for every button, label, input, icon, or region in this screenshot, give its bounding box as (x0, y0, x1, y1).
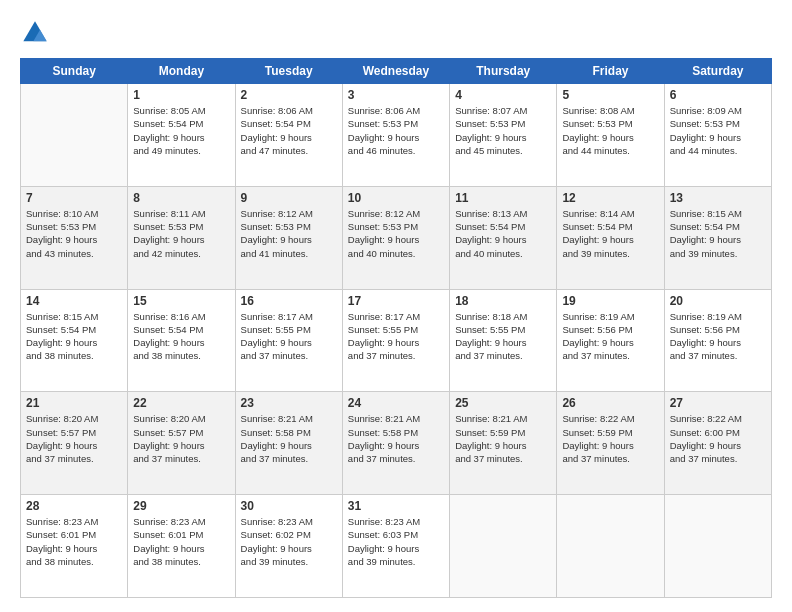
day-number: 29 (133, 499, 229, 513)
day-number: 22 (133, 396, 229, 410)
day-info: Sunrise: 8:11 AM Sunset: 5:53 PM Dayligh… (133, 207, 229, 260)
day-number: 17 (348, 294, 444, 308)
calendar-cell: 17Sunrise: 8:17 AM Sunset: 5:55 PM Dayli… (342, 289, 449, 392)
day-number: 14 (26, 294, 122, 308)
day-number: 30 (241, 499, 337, 513)
day-header-friday: Friday (557, 59, 664, 84)
calendar-cell: 16Sunrise: 8:17 AM Sunset: 5:55 PM Dayli… (235, 289, 342, 392)
day-number: 28 (26, 499, 122, 513)
day-info: Sunrise: 8:21 AM Sunset: 5:59 PM Dayligh… (455, 412, 551, 465)
day-info: Sunrise: 8:12 AM Sunset: 5:53 PM Dayligh… (241, 207, 337, 260)
day-info: Sunrise: 8:12 AM Sunset: 5:53 PM Dayligh… (348, 207, 444, 260)
calendar-cell: 29Sunrise: 8:23 AM Sunset: 6:01 PM Dayli… (128, 495, 235, 598)
calendar-cell: 3Sunrise: 8:06 AM Sunset: 5:53 PM Daylig… (342, 84, 449, 187)
day-number: 8 (133, 191, 229, 205)
calendar-cell: 30Sunrise: 8:23 AM Sunset: 6:02 PM Dayli… (235, 495, 342, 598)
day-number: 24 (348, 396, 444, 410)
calendar-cell: 8Sunrise: 8:11 AM Sunset: 5:53 PM Daylig… (128, 186, 235, 289)
day-info: Sunrise: 8:15 AM Sunset: 5:54 PM Dayligh… (26, 310, 122, 363)
day-header-tuesday: Tuesday (235, 59, 342, 84)
calendar-cell: 5Sunrise: 8:08 AM Sunset: 5:53 PM Daylig… (557, 84, 664, 187)
day-info: Sunrise: 8:14 AM Sunset: 5:54 PM Dayligh… (562, 207, 658, 260)
day-number: 5 (562, 88, 658, 102)
day-number: 25 (455, 396, 551, 410)
day-info: Sunrise: 8:17 AM Sunset: 5:55 PM Dayligh… (348, 310, 444, 363)
calendar-cell: 1Sunrise: 8:05 AM Sunset: 5:54 PM Daylig… (128, 84, 235, 187)
day-header-monday: Monday (128, 59, 235, 84)
calendar-table: SundayMondayTuesdayWednesdayThursdayFrid… (20, 58, 772, 598)
day-number: 2 (241, 88, 337, 102)
day-info: Sunrise: 8:08 AM Sunset: 5:53 PM Dayligh… (562, 104, 658, 157)
day-info: Sunrise: 8:22 AM Sunset: 5:59 PM Dayligh… (562, 412, 658, 465)
calendar-cell (21, 84, 128, 187)
day-info: Sunrise: 8:21 AM Sunset: 5:58 PM Dayligh… (348, 412, 444, 465)
day-number: 15 (133, 294, 229, 308)
calendar-cell: 2Sunrise: 8:06 AM Sunset: 5:54 PM Daylig… (235, 84, 342, 187)
day-number: 18 (455, 294, 551, 308)
calendar-week-row: 1Sunrise: 8:05 AM Sunset: 5:54 PM Daylig… (21, 84, 772, 187)
calendar-cell: 10Sunrise: 8:12 AM Sunset: 5:53 PM Dayli… (342, 186, 449, 289)
day-info: Sunrise: 8:20 AM Sunset: 5:57 PM Dayligh… (26, 412, 122, 465)
day-number: 4 (455, 88, 551, 102)
day-number: 10 (348, 191, 444, 205)
calendar-week-row: 28Sunrise: 8:23 AM Sunset: 6:01 PM Dayli… (21, 495, 772, 598)
calendar-cell: 6Sunrise: 8:09 AM Sunset: 5:53 PM Daylig… (664, 84, 771, 187)
day-number: 31 (348, 499, 444, 513)
calendar-week-row: 14Sunrise: 8:15 AM Sunset: 5:54 PM Dayli… (21, 289, 772, 392)
calendar-cell: 9Sunrise: 8:12 AM Sunset: 5:53 PM Daylig… (235, 186, 342, 289)
day-number: 7 (26, 191, 122, 205)
day-info: Sunrise: 8:06 AM Sunset: 5:54 PM Dayligh… (241, 104, 337, 157)
day-header-sunday: Sunday (21, 59, 128, 84)
day-info: Sunrise: 8:17 AM Sunset: 5:55 PM Dayligh… (241, 310, 337, 363)
calendar-cell: 11Sunrise: 8:13 AM Sunset: 5:54 PM Dayli… (450, 186, 557, 289)
logo (20, 18, 54, 48)
day-info: Sunrise: 8:05 AM Sunset: 5:54 PM Dayligh… (133, 104, 229, 157)
calendar-cell: 25Sunrise: 8:21 AM Sunset: 5:59 PM Dayli… (450, 392, 557, 495)
day-info: Sunrise: 8:19 AM Sunset: 5:56 PM Dayligh… (670, 310, 766, 363)
day-info: Sunrise: 8:16 AM Sunset: 5:54 PM Dayligh… (133, 310, 229, 363)
day-number: 1 (133, 88, 229, 102)
day-number: 21 (26, 396, 122, 410)
day-info: Sunrise: 8:06 AM Sunset: 5:53 PM Dayligh… (348, 104, 444, 157)
day-info: Sunrise: 8:22 AM Sunset: 6:00 PM Dayligh… (670, 412, 766, 465)
calendar-week-row: 7Sunrise: 8:10 AM Sunset: 5:53 PM Daylig… (21, 186, 772, 289)
day-number: 20 (670, 294, 766, 308)
logo-icon (20, 18, 50, 48)
day-info: Sunrise: 8:23 AM Sunset: 6:01 PM Dayligh… (133, 515, 229, 568)
calendar-cell: 4Sunrise: 8:07 AM Sunset: 5:53 PM Daylig… (450, 84, 557, 187)
day-number: 27 (670, 396, 766, 410)
calendar-cell: 7Sunrise: 8:10 AM Sunset: 5:53 PM Daylig… (21, 186, 128, 289)
day-info: Sunrise: 8:23 AM Sunset: 6:01 PM Dayligh… (26, 515, 122, 568)
day-info: Sunrise: 8:23 AM Sunset: 6:03 PM Dayligh… (348, 515, 444, 568)
day-info: Sunrise: 8:20 AM Sunset: 5:57 PM Dayligh… (133, 412, 229, 465)
calendar-cell (664, 495, 771, 598)
calendar-cell: 21Sunrise: 8:20 AM Sunset: 5:57 PM Dayli… (21, 392, 128, 495)
day-number: 23 (241, 396, 337, 410)
calendar-cell: 24Sunrise: 8:21 AM Sunset: 5:58 PM Dayli… (342, 392, 449, 495)
calendar-cell (557, 495, 664, 598)
day-info: Sunrise: 8:10 AM Sunset: 5:53 PM Dayligh… (26, 207, 122, 260)
day-number: 13 (670, 191, 766, 205)
day-header-saturday: Saturday (664, 59, 771, 84)
day-info: Sunrise: 8:21 AM Sunset: 5:58 PM Dayligh… (241, 412, 337, 465)
day-info: Sunrise: 8:18 AM Sunset: 5:55 PM Dayligh… (455, 310, 551, 363)
day-number: 6 (670, 88, 766, 102)
calendar-cell: 12Sunrise: 8:14 AM Sunset: 5:54 PM Dayli… (557, 186, 664, 289)
day-number: 26 (562, 396, 658, 410)
calendar-cell: 27Sunrise: 8:22 AM Sunset: 6:00 PM Dayli… (664, 392, 771, 495)
day-number: 3 (348, 88, 444, 102)
calendar-cell: 14Sunrise: 8:15 AM Sunset: 5:54 PM Dayli… (21, 289, 128, 392)
header (20, 18, 772, 48)
day-number: 11 (455, 191, 551, 205)
day-header-wednesday: Wednesday (342, 59, 449, 84)
day-info: Sunrise: 8:23 AM Sunset: 6:02 PM Dayligh… (241, 515, 337, 568)
day-number: 9 (241, 191, 337, 205)
calendar-cell: 23Sunrise: 8:21 AM Sunset: 5:58 PM Dayli… (235, 392, 342, 495)
day-number: 12 (562, 191, 658, 205)
day-info: Sunrise: 8:07 AM Sunset: 5:53 PM Dayligh… (455, 104, 551, 157)
calendar-cell: 19Sunrise: 8:19 AM Sunset: 5:56 PM Dayli… (557, 289, 664, 392)
calendar-header-row: SundayMondayTuesdayWednesdayThursdayFrid… (21, 59, 772, 84)
day-header-thursday: Thursday (450, 59, 557, 84)
calendar-cell: 28Sunrise: 8:23 AM Sunset: 6:01 PM Dayli… (21, 495, 128, 598)
day-info: Sunrise: 8:15 AM Sunset: 5:54 PM Dayligh… (670, 207, 766, 260)
